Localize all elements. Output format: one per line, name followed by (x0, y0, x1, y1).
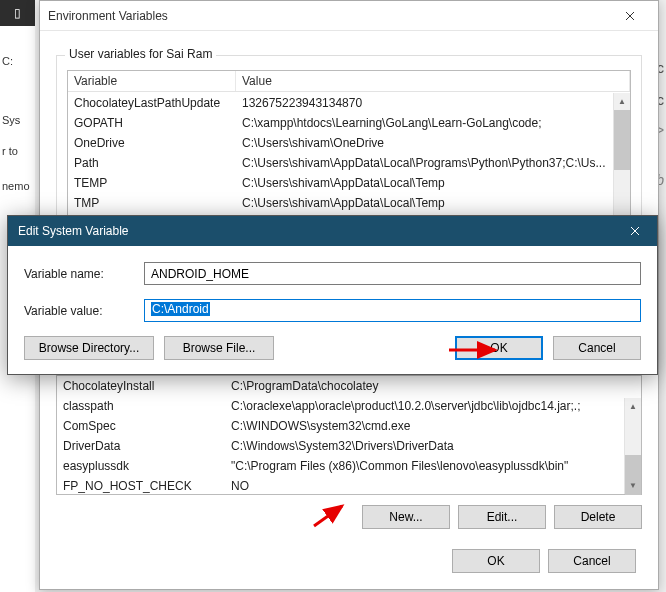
bg-app-icon: ▯ (0, 0, 35, 26)
group-label: User variables for Sai Ram (65, 47, 216, 61)
col-variable[interactable]: Variable (68, 71, 236, 91)
system-variables-group: ChocolateyInstallC:\ProgramData\chocolat… (56, 375, 642, 529)
variable-value-input[interactable]: C:\Android (144, 299, 641, 322)
system-variables-table[interactable]: ChocolateyInstallC:\ProgramData\chocolat… (56, 375, 642, 495)
bg-text: r to (2, 145, 18, 157)
scroll-down-icon[interactable]: ▼ (625, 477, 641, 494)
dialog-title: Edit System Variable (18, 224, 612, 238)
user-variables-group: User variables for Sai Ram Variable Valu… (56, 55, 642, 231)
scroll-thumb[interactable] (614, 110, 630, 170)
user-rows: ChocolateyLastPathUpdate1326752239431348… (68, 93, 613, 219)
env-titlebar[interactable]: Environment Variables (40, 1, 658, 31)
ok-button[interactable]: OK (452, 549, 540, 573)
cancel-button[interactable]: Cancel (553, 336, 641, 360)
scrollbar[interactable]: ▲ ▼ (624, 398, 641, 494)
scrollbar[interactable]: ▲ (613, 93, 630, 219)
close-icon[interactable] (612, 216, 657, 246)
bg-text: nemo (2, 180, 30, 192)
table-row[interactable]: ChocolateyLastPathUpdate1326752239431348… (68, 93, 613, 113)
delete-button[interactable]: Delete (554, 505, 642, 529)
table-header: Variable Value (68, 71, 630, 92)
cancel-button[interactable]: Cancel (548, 549, 636, 573)
table-row[interactable]: FP_NO_HOST_CHECKNO (57, 476, 624, 494)
bg-text: C: (2, 55, 13, 67)
scroll-up-icon[interactable]: ▲ (614, 93, 630, 110)
bg-text: Sys (2, 114, 20, 126)
browse-file-button[interactable]: Browse File... (164, 336, 274, 360)
edit-titlebar[interactable]: Edit System Variable (8, 216, 657, 246)
table-row[interactable]: classpathC:\oraclexe\app\oracle\product\… (57, 396, 624, 416)
browse-directory-button[interactable]: Browse Directory... (24, 336, 154, 360)
table-row[interactable]: ChocolateyInstallC:\ProgramData\chocolat… (57, 376, 624, 396)
table-row[interactable]: PathC:\Users\shivam\AppData\Local\Progra… (68, 153, 613, 173)
table-row[interactable]: GOPATHC:\xampp\htdocs\Learning\GoLang\Le… (68, 113, 613, 133)
variable-value-label: Variable value: (24, 304, 144, 318)
ok-button[interactable]: OK (455, 336, 543, 360)
table-row[interactable]: easyplussdk"C:\Program Files (x86)\Commo… (57, 456, 624, 476)
new-button[interactable]: New... (362, 505, 450, 529)
system-rows: ChocolateyInstallC:\ProgramData\chocolat… (57, 376, 624, 494)
edit-button[interactable]: Edit... (458, 505, 546, 529)
table-row[interactable]: ComSpecC:\WINDOWS\system32\cmd.exe (57, 416, 624, 436)
close-icon[interactable] (610, 1, 650, 31)
table-row[interactable]: TMPC:\Users\shivam\AppData\Local\Temp (68, 193, 613, 213)
table-row[interactable]: DriverDataC:\Windows\System32\Drivers\Dr… (57, 436, 624, 456)
table-row[interactable]: TEMPC:\Users\shivam\AppData\Local\Temp (68, 173, 613, 193)
table-row[interactable]: OneDriveC:\Users\shivam\OneDrive (68, 133, 613, 153)
variable-name-input[interactable] (144, 262, 641, 285)
window-title: Environment Variables (48, 9, 610, 23)
edit-system-variable-dialog: Edit System Variable Variable name: Vari… (7, 215, 658, 375)
col-value[interactable]: Value (236, 71, 630, 91)
selected-text: C:\Android (151, 302, 210, 316)
user-variables-table[interactable]: Variable Value ChocolateyLastPathUpdate1… (67, 70, 631, 220)
scroll-up-icon[interactable]: ▲ (625, 398, 641, 415)
variable-name-label: Variable name: (24, 267, 144, 281)
